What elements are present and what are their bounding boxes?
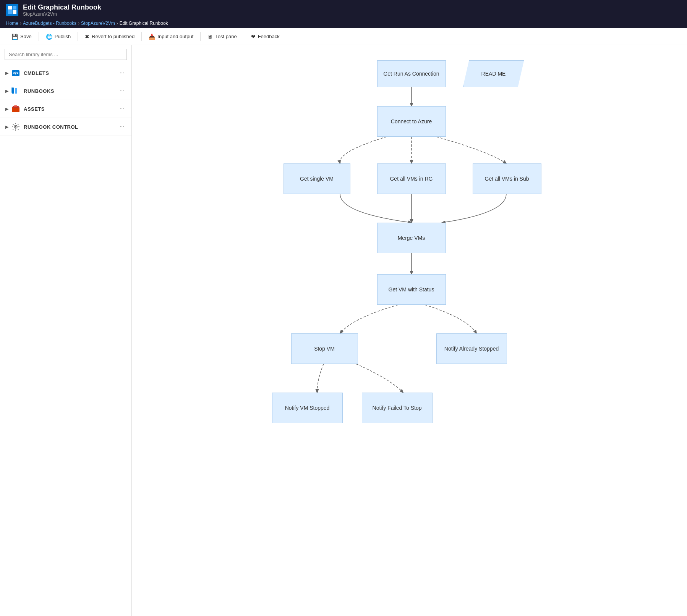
main-title: Edit Graphical Runbook <box>23 3 101 11</box>
node-stop-vm-label: Stop VM <box>314 346 335 352</box>
main-layout: ▶ </> CMDLETS ··· ▶ RUNBOOKS ··· ▶ <box>0 45 687 616</box>
cmdlets-icon: </> <box>11 69 20 77</box>
sidebar-item-assets[interactable]: ▶ ASSETS ··· <box>0 100 131 118</box>
io-label: Input and output <box>157 34 193 39</box>
assets-arrow-icon: ▶ <box>5 107 8 112</box>
subtitle: StopAzureV2Vm <box>23 11 101 17</box>
node-notify-already-stopped-label: Notify Already Stopped <box>444 346 499 352</box>
node-get-all-vms-rg[interactable]: Get all VMs in RG <box>377 163 446 194</box>
feedback-label: Feedback <box>258 34 280 39</box>
node-read-me-label: READ ME <box>481 71 506 77</box>
test-button[interactable]: 🖥 Test pane <box>202 28 242 45</box>
node-get-vm-status-label: Get VM with Status <box>389 286 434 293</box>
toolbar-divider-3 <box>141 32 142 41</box>
revert-button[interactable]: ✖ Revert to published <box>79 28 140 45</box>
sidebar: ▶ </> CMDLETS ··· ▶ RUNBOOKS ··· ▶ <box>0 45 132 616</box>
node-get-all-vms-sub-label: Get all VMs in Sub <box>485 176 529 182</box>
runbook-control-icon <box>11 123 20 131</box>
svg-point-6 <box>15 126 16 128</box>
node-get-single-vm[interactable]: Get single VM <box>284 163 350 194</box>
publish-button[interactable]: 🌐 Publish <box>41 28 76 45</box>
node-connect-azure-label: Connect to Azure <box>391 118 432 124</box>
node-get-single-vm-label: Get single VM <box>300 176 334 182</box>
save-button[interactable]: 💾 Save <box>6 28 37 45</box>
svg-rect-2 <box>11 87 14 93</box>
breadcrumb-runbooks[interactable]: AzureBudgets - Runbooks <box>23 21 76 26</box>
sidebar-item-runbooks[interactable]: ▶ RUNBOOKS ··· <box>0 82 131 100</box>
node-notify-already-stopped[interactable]: Notify Already Stopped <box>436 333 507 364</box>
save-icon: 💾 <box>11 34 18 40</box>
node-read-me[interactable]: READ ME <box>463 60 524 87</box>
svg-rect-5 <box>14 105 17 107</box>
runbooks-icon <box>11 87 20 95</box>
io-button[interactable]: 📥 Input and output <box>143 28 199 45</box>
app-icon <box>6 4 18 16</box>
feedback-button[interactable]: ❤ Feedback <box>246 28 285 45</box>
sidebar-item-runbook-control[interactable]: ▶ RUNBOOK CONTROL ··· <box>0 118 131 136</box>
sidebar-item-cmdlets[interactable]: ▶ </> CMDLETS ··· <box>0 64 131 82</box>
io-icon: 📥 <box>149 34 155 40</box>
search-box-wrap <box>0 45 131 64</box>
toolbar-divider-1 <box>39 32 39 41</box>
save-label: Save <box>20 34 32 39</box>
revert-icon: ✖ <box>85 34 89 40</box>
node-get-all-vms-rg-label: Get all VMs in RG <box>390 176 433 182</box>
node-notify-vm-stopped[interactable]: Notify VM Stopped <box>272 393 343 423</box>
header-title-block: Edit Graphical Runbook StopAzureV2Vm <box>23 3 101 17</box>
toolbar-divider-5 <box>244 32 244 41</box>
node-get-all-vms-sub[interactable]: Get all VMs in Sub <box>473 163 541 194</box>
top-header: Edit Graphical Runbook StopAzureV2Vm <box>0 0 687 20</box>
publish-icon: 🌐 <box>46 34 52 40</box>
assets-icon <box>11 105 20 113</box>
breadcrumb: Home › AzureBudgets - Runbooks › StopAzu… <box>0 20 687 28</box>
node-notify-failed-to-stop-label: Notify Failed To Stop <box>373 405 422 411</box>
canvas[interactable]: Get Run As Connection READ ME Connect to… <box>132 45 687 616</box>
node-stop-vm[interactable]: Stop VM <box>291 333 358 364</box>
node-connect-azure[interactable]: Connect to Azure <box>377 106 446 137</box>
node-get-vm-status[interactable]: Get VM with Status <box>377 274 446 305</box>
toolbar-divider-4 <box>200 32 201 41</box>
runbook-control-more-icon[interactable]: ··· <box>118 123 126 130</box>
cmdlets-more-icon[interactable]: ··· <box>118 70 126 76</box>
toolbar-divider-2 <box>78 32 78 41</box>
assets-more-icon[interactable]: ··· <box>118 105 126 112</box>
search-input[interactable] <box>5 49 127 60</box>
breadcrumb-runbook-name[interactable]: StopAzureV2Vm <box>81 21 115 26</box>
test-icon: 🖥 <box>207 34 213 40</box>
node-notify-vm-stopped-label: Notify VM Stopped <box>285 405 330 411</box>
runbooks-label: RUNBOOKS <box>24 88 118 94</box>
cmdlets-arrow-icon: ▶ <box>5 71 8 76</box>
test-label: Test pane <box>215 34 237 39</box>
node-get-run-as-label: Get Run As Connection <box>383 71 439 77</box>
svg-rect-1 <box>15 88 17 94</box>
feedback-icon: ❤ <box>251 34 256 40</box>
publish-label: Publish <box>55 34 71 39</box>
cmdlets-label: CMDLETS <box>24 70 118 76</box>
runbook-control-label: RUNBOOK CONTROL <box>24 124 118 130</box>
breadcrumb-current: Edit Graphical Runbook <box>120 21 168 26</box>
node-merge-vms[interactable]: Merge VMs <box>377 223 446 253</box>
runbook-control-arrow-icon: ▶ <box>5 124 8 129</box>
node-merge-vms-label: Merge VMs <box>398 235 425 241</box>
runbooks-arrow-icon: ▶ <box>5 89 8 94</box>
runbooks-more-icon[interactable]: ··· <box>118 87 126 94</box>
revert-label: Revert to published <box>92 34 134 39</box>
node-get-run-as[interactable]: Get Run As Connection <box>377 60 446 87</box>
toolbar: 💾 Save 🌐 Publish ✖ Revert to published 📥… <box>0 28 687 45</box>
breadcrumb-home[interactable]: Home <box>6 21 18 26</box>
node-notify-failed-to-stop[interactable]: Notify Failed To Stop <box>362 393 433 423</box>
assets-label: ASSETS <box>24 106 118 112</box>
